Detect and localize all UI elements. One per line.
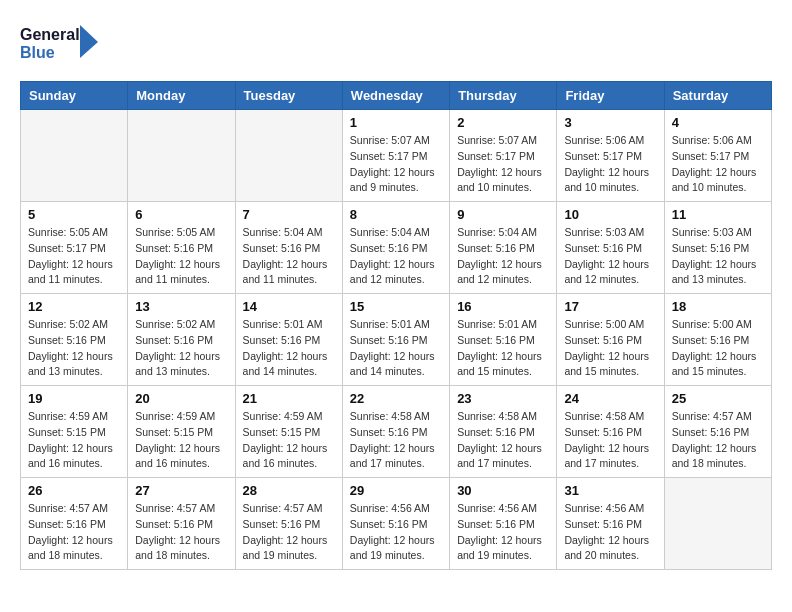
calendar-cell: 8Sunrise: 5:04 AM Sunset: 5:16 PM Daylig… <box>342 202 449 294</box>
day-detail: Sunrise: 5:03 AM Sunset: 5:16 PM Dayligh… <box>564 225 656 288</box>
calendar-week-5: 26Sunrise: 4:57 AM Sunset: 5:16 PM Dayli… <box>21 478 772 570</box>
calendar-cell: 1Sunrise: 5:07 AM Sunset: 5:17 PM Daylig… <box>342 110 449 202</box>
day-detail: Sunrise: 5:05 AM Sunset: 5:16 PM Dayligh… <box>135 225 227 288</box>
calendar-cell: 24Sunrise: 4:58 AM Sunset: 5:16 PM Dayli… <box>557 386 664 478</box>
calendar-cell: 25Sunrise: 4:57 AM Sunset: 5:16 PM Dayli… <box>664 386 771 478</box>
calendar-cell <box>128 110 235 202</box>
day-detail: Sunrise: 4:57 AM Sunset: 5:16 PM Dayligh… <box>672 409 764 472</box>
calendar-cell: 28Sunrise: 4:57 AM Sunset: 5:16 PM Dayli… <box>235 478 342 570</box>
calendar-cell <box>664 478 771 570</box>
day-detail: Sunrise: 5:07 AM Sunset: 5:17 PM Dayligh… <box>350 133 442 196</box>
day-detail: Sunrise: 4:57 AM Sunset: 5:16 PM Dayligh… <box>243 501 335 564</box>
day-number: 21 <box>243 391 335 406</box>
day-number: 16 <box>457 299 549 314</box>
calendar-cell: 27Sunrise: 4:57 AM Sunset: 5:16 PM Dayli… <box>128 478 235 570</box>
day-number: 17 <box>564 299 656 314</box>
day-number: 28 <box>243 483 335 498</box>
calendar-header-row: SundayMondayTuesdayWednesdayThursdayFrid… <box>21 82 772 110</box>
day-detail: Sunrise: 4:58 AM Sunset: 5:16 PM Dayligh… <box>350 409 442 472</box>
day-detail: Sunrise: 4:56 AM Sunset: 5:16 PM Dayligh… <box>457 501 549 564</box>
day-number: 12 <box>28 299 120 314</box>
day-number: 26 <box>28 483 120 498</box>
day-number: 10 <box>564 207 656 222</box>
day-number: 6 <box>135 207 227 222</box>
day-detail: Sunrise: 4:59 AM Sunset: 5:15 PM Dayligh… <box>135 409 227 472</box>
col-header-monday: Monday <box>128 82 235 110</box>
day-detail: Sunrise: 5:04 AM Sunset: 5:16 PM Dayligh… <box>457 225 549 288</box>
calendar-cell: 20Sunrise: 4:59 AM Sunset: 5:15 PM Dayli… <box>128 386 235 478</box>
calendar-cell: 22Sunrise: 4:58 AM Sunset: 5:16 PM Dayli… <box>342 386 449 478</box>
day-number: 11 <box>672 207 764 222</box>
day-detail: Sunrise: 5:02 AM Sunset: 5:16 PM Dayligh… <box>135 317 227 380</box>
day-number: 14 <box>243 299 335 314</box>
day-number: 27 <box>135 483 227 498</box>
day-detail: Sunrise: 5:05 AM Sunset: 5:17 PM Dayligh… <box>28 225 120 288</box>
calendar-cell: 12Sunrise: 5:02 AM Sunset: 5:16 PM Dayli… <box>21 294 128 386</box>
calendar-cell: 29Sunrise: 4:56 AM Sunset: 5:16 PM Dayli… <box>342 478 449 570</box>
day-detail: Sunrise: 5:04 AM Sunset: 5:16 PM Dayligh… <box>243 225 335 288</box>
calendar-cell: 31Sunrise: 4:56 AM Sunset: 5:16 PM Dayli… <box>557 478 664 570</box>
calendar-cell <box>21 110 128 202</box>
col-header-friday: Friday <box>557 82 664 110</box>
calendar-cell: 18Sunrise: 5:00 AM Sunset: 5:16 PM Dayli… <box>664 294 771 386</box>
col-header-saturday: Saturday <box>664 82 771 110</box>
day-number: 30 <box>457 483 549 498</box>
day-detail: Sunrise: 4:58 AM Sunset: 5:16 PM Dayligh… <box>457 409 549 472</box>
day-number: 8 <box>350 207 442 222</box>
day-number: 13 <box>135 299 227 314</box>
day-detail: Sunrise: 4:58 AM Sunset: 5:16 PM Dayligh… <box>564 409 656 472</box>
day-detail: Sunrise: 5:01 AM Sunset: 5:16 PM Dayligh… <box>350 317 442 380</box>
calendar-cell: 6Sunrise: 5:05 AM Sunset: 5:16 PM Daylig… <box>128 202 235 294</box>
calendar-week-1: 1Sunrise: 5:07 AM Sunset: 5:17 PM Daylig… <box>21 110 772 202</box>
calendar-cell: 26Sunrise: 4:57 AM Sunset: 5:16 PM Dayli… <box>21 478 128 570</box>
day-detail: Sunrise: 4:56 AM Sunset: 5:16 PM Dayligh… <box>350 501 442 564</box>
day-detail: Sunrise: 5:00 AM Sunset: 5:16 PM Dayligh… <box>672 317 764 380</box>
day-number: 9 <box>457 207 549 222</box>
day-detail: Sunrise: 5:02 AM Sunset: 5:16 PM Dayligh… <box>28 317 120 380</box>
calendar-cell: 7Sunrise: 5:04 AM Sunset: 5:16 PM Daylig… <box>235 202 342 294</box>
day-number: 3 <box>564 115 656 130</box>
page-header: GeneralBlue <box>20 20 772 65</box>
calendar-week-3: 12Sunrise: 5:02 AM Sunset: 5:16 PM Dayli… <box>21 294 772 386</box>
day-number: 15 <box>350 299 442 314</box>
calendar-cell: 9Sunrise: 5:04 AM Sunset: 5:16 PM Daylig… <box>450 202 557 294</box>
day-number: 24 <box>564 391 656 406</box>
calendar-cell: 16Sunrise: 5:01 AM Sunset: 5:16 PM Dayli… <box>450 294 557 386</box>
day-number: 4 <box>672 115 764 130</box>
calendar-cell: 15Sunrise: 5:01 AM Sunset: 5:16 PM Dayli… <box>342 294 449 386</box>
logo-svg: GeneralBlue <box>20 20 100 65</box>
svg-marker-2 <box>80 25 98 58</box>
day-number: 19 <box>28 391 120 406</box>
calendar-cell: 30Sunrise: 4:56 AM Sunset: 5:16 PM Dayli… <box>450 478 557 570</box>
calendar-cell: 19Sunrise: 4:59 AM Sunset: 5:15 PM Dayli… <box>21 386 128 478</box>
day-detail: Sunrise: 5:06 AM Sunset: 5:17 PM Dayligh… <box>564 133 656 196</box>
svg-text:General: General <box>20 26 80 43</box>
col-header-wednesday: Wednesday <box>342 82 449 110</box>
day-detail: Sunrise: 5:07 AM Sunset: 5:17 PM Dayligh… <box>457 133 549 196</box>
day-number: 5 <box>28 207 120 222</box>
svg-text:Blue: Blue <box>20 44 55 61</box>
calendar-cell: 11Sunrise: 5:03 AM Sunset: 5:16 PM Dayli… <box>664 202 771 294</box>
day-detail: Sunrise: 4:56 AM Sunset: 5:16 PM Dayligh… <box>564 501 656 564</box>
calendar-cell: 3Sunrise: 5:06 AM Sunset: 5:17 PM Daylig… <box>557 110 664 202</box>
day-detail: Sunrise: 5:03 AM Sunset: 5:16 PM Dayligh… <box>672 225 764 288</box>
day-number: 31 <box>564 483 656 498</box>
day-number: 22 <box>350 391 442 406</box>
calendar-cell: 4Sunrise: 5:06 AM Sunset: 5:17 PM Daylig… <box>664 110 771 202</box>
day-number: 23 <box>457 391 549 406</box>
day-detail: Sunrise: 5:01 AM Sunset: 5:16 PM Dayligh… <box>457 317 549 380</box>
day-detail: Sunrise: 4:59 AM Sunset: 5:15 PM Dayligh… <box>28 409 120 472</box>
day-detail: Sunrise: 4:57 AM Sunset: 5:16 PM Dayligh… <box>135 501 227 564</box>
calendar-cell: 23Sunrise: 4:58 AM Sunset: 5:16 PM Dayli… <box>450 386 557 478</box>
col-header-thursday: Thursday <box>450 82 557 110</box>
day-number: 29 <box>350 483 442 498</box>
calendar-week-4: 19Sunrise: 4:59 AM Sunset: 5:15 PM Dayli… <box>21 386 772 478</box>
day-number: 25 <box>672 391 764 406</box>
day-number: 1 <box>350 115 442 130</box>
day-detail: Sunrise: 5:00 AM Sunset: 5:16 PM Dayligh… <box>564 317 656 380</box>
calendar-cell: 14Sunrise: 5:01 AM Sunset: 5:16 PM Dayli… <box>235 294 342 386</box>
calendar-table: SundayMondayTuesdayWednesdayThursdayFrid… <box>20 81 772 570</box>
calendar-cell: 2Sunrise: 5:07 AM Sunset: 5:17 PM Daylig… <box>450 110 557 202</box>
col-header-sunday: Sunday <box>21 82 128 110</box>
calendar-cell: 13Sunrise: 5:02 AM Sunset: 5:16 PM Dayli… <box>128 294 235 386</box>
